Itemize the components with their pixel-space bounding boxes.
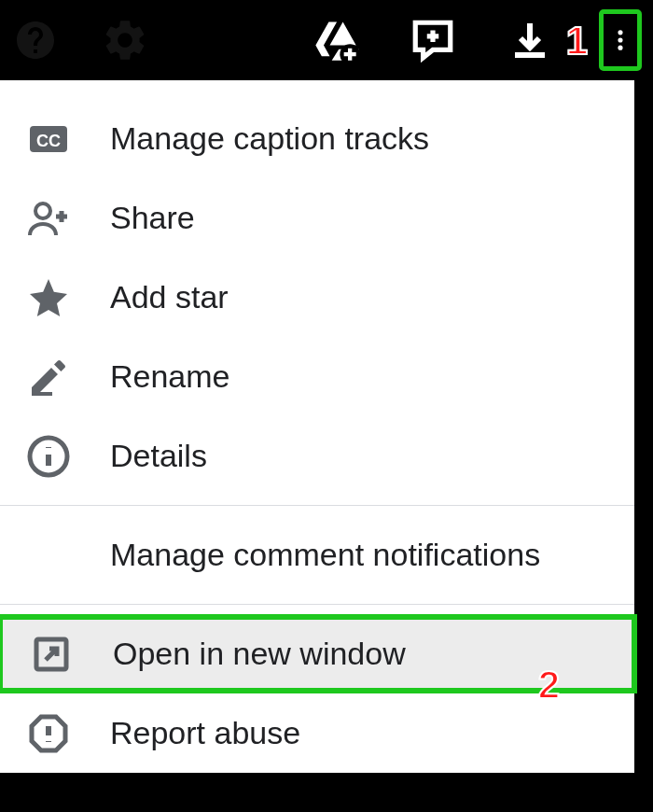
toolbar-right	[308, 9, 642, 71]
cc-icon: CC	[26, 117, 71, 161]
gear-icon	[97, 12, 153, 68]
menu-label: Manage caption tracks	[110, 120, 429, 157]
annotation-step-1: 1	[566, 19, 588, 63]
menu-item-details[interactable]: Details	[0, 416, 634, 496]
svg-point-3	[618, 46, 622, 50]
menu-label: Open in new window	[113, 636, 406, 672]
empty-icon-slot	[26, 533, 71, 578]
help-icon	[7, 12, 63, 68]
menu-item-share[interactable]: Share	[0, 178, 634, 258]
report-icon	[26, 711, 71, 756]
svg-point-6	[35, 203, 50, 218]
more-options-button[interactable]	[599, 9, 642, 71]
menu-label: Rename	[110, 358, 230, 395]
menu-divider	[0, 604, 634, 605]
svg-point-1	[618, 30, 622, 35]
add-comment-icon[interactable]	[405, 12, 461, 68]
menu-item-manage-captions[interactable]: CC Manage caption tracks	[0, 99, 634, 178]
menu-divider	[0, 505, 634, 506]
open-external-icon	[29, 632, 74, 677]
pencil-icon	[26, 355, 71, 399]
svg-rect-7	[32, 392, 52, 396]
menu-label: Manage comment notifications	[110, 537, 540, 573]
menu-label: Add star	[110, 279, 229, 315]
svg-text:CC: CC	[36, 132, 61, 150]
star-icon	[26, 275, 71, 320]
info-icon	[26, 434, 71, 479]
menu-label: Report abuse	[110, 715, 300, 751]
svg-point-2	[618, 37, 622, 42]
toolbar-left-dimmed	[0, 0, 153, 80]
menu-label: Share	[110, 200, 195, 236]
download-icon[interactable]	[502, 12, 558, 68]
annotation-step-2: 2	[538, 663, 560, 707]
drive-add-icon[interactable]	[308, 12, 364, 68]
menu-label: Details	[110, 438, 207, 474]
person-add-icon	[26, 196, 71, 241]
menu-item-rename[interactable]: Rename	[0, 337, 634, 416]
menu-item-add-star[interactable]: Add star	[0, 258, 634, 337]
menu-item-manage-notifications[interactable]: Manage comment notifications	[0, 515, 634, 595]
toolbar	[0, 0, 653, 80]
